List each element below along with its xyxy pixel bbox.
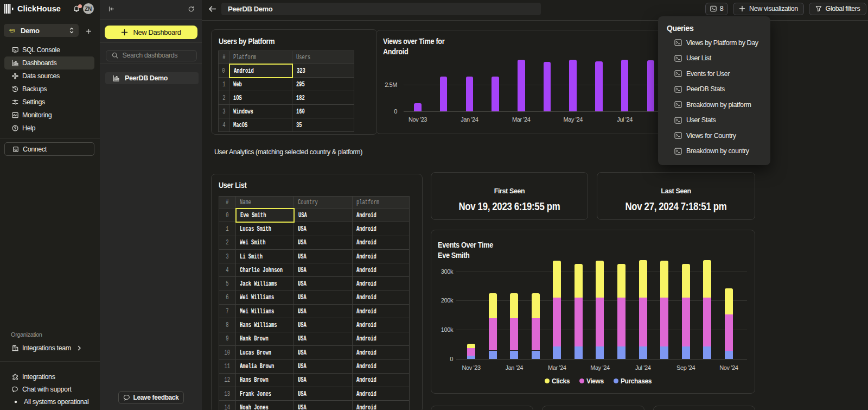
svg-text:aws: aws — [9, 28, 16, 31]
